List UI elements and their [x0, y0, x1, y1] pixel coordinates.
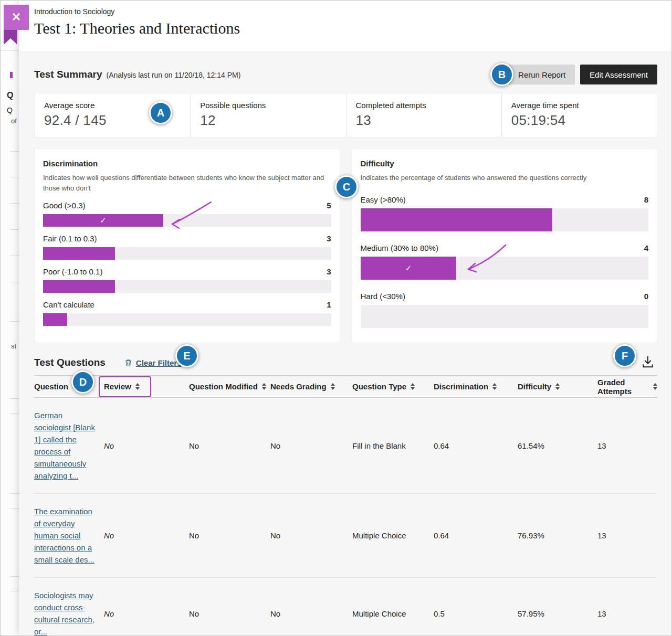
bar-count: 0	[644, 292, 648, 301]
column-header-difficulty[interactable]: Difficulty	[518, 382, 597, 391]
clear-filters-label: Clear Filters	[136, 358, 182, 367]
course-name: Introduction to Sociology	[34, 7, 671, 16]
background-divider	[10, 229, 19, 230]
stat-value: 92.4 / 145	[44, 112, 181, 129]
edit-assessment-button[interactable]: Edit Assessment	[580, 65, 657, 84]
review-highlight-annotation	[99, 376, 151, 397]
difficulty-cell: 61.54%	[518, 441, 597, 450]
test-questions-heading: Test Questions	[34, 357, 106, 368]
panel-body: Test Summary (Analysis last run on 11/20…	[19, 65, 671, 636]
bar-category-label: Medium (30% to 80%)	[361, 243, 438, 252]
discrimination-cell: 0.64	[434, 441, 518, 450]
sort-icon[interactable]	[72, 383, 77, 390]
trash-icon	[124, 359, 132, 367]
question-link[interactable]: The examination of everyday human social…	[34, 507, 94, 564]
rerun-report-button[interactable]: Rerun Report	[509, 65, 575, 84]
background-accent-tick	[10, 72, 13, 78]
column-header-question[interactable]: Question	[34, 382, 104, 391]
bar-category-label: Fair (0.1 to 0.3)	[43, 234, 97, 243]
test-summary-heading: Test Summary	[34, 69, 102, 80]
review-cell: No	[104, 441, 189, 450]
summary-stats-card: Average score92.4 / 145Possible question…	[34, 93, 657, 137]
discrimination-cell: 0.64	[434, 531, 518, 540]
analysis-timestamp: (Analysis last run on 11/20/18, 12:14 PM…	[107, 71, 241, 79]
bar-group: Poor (-1.0 to 0.1)3	[43, 267, 331, 293]
chart-title: Discrimination	[43, 159, 331, 168]
needs-grading-cell: No	[270, 609, 352, 618]
bar-group: Hard (<30%)0	[361, 292, 649, 328]
background-text-fragment: Q	[7, 91, 13, 100]
background-divider	[10, 576, 19, 577]
graded-attempts-cell: 13	[597, 441, 657, 450]
bar-fill	[361, 208, 553, 231]
review-cell: No	[104, 531, 189, 540]
sort-icon[interactable]	[262, 383, 266, 390]
needs-grading-cell: No	[270, 441, 352, 450]
bar-category-label: Can't calculate	[43, 300, 94, 309]
needs-grading-cell: No	[270, 531, 352, 540]
summary-stat: Completed attempts13	[346, 93, 501, 137]
bar-chart: Easy (>80%)8Medium (30% to 80%)4✓Hard (<…	[361, 195, 649, 328]
bar-count: 8	[644, 195, 648, 204]
column-header-discrimination[interactable]: Discrimination	[434, 382, 518, 391]
bar-track	[361, 208, 649, 231]
sort-icon[interactable]	[411, 383, 415, 390]
column-header-question-modified[interactable]: Question Modified	[189, 382, 270, 391]
table-body: German sociologist [Blank 1] called the …	[34, 398, 657, 636]
bar-count: 5	[327, 201, 331, 210]
checkmark-icon: ✓	[100, 216, 107, 225]
background-divider	[10, 591, 19, 591]
bar-group: Good (>0.3)5✓	[43, 201, 331, 227]
bar-fill	[43, 247, 115, 260]
table-row: Sociologists may conduct cross-cultural …	[34, 578, 657, 636]
question-link[interactable]: German sociologist [Blank 1] called the …	[34, 411, 95, 480]
difficulty-chart-card: Difficulty Indicates the percentage of s…	[352, 148, 658, 343]
question-link[interactable]: Sociologists may conduct cross-cultural …	[34, 591, 94, 636]
discrimination-chart-card: Discrimination Indicates how well questi…	[34, 148, 340, 343]
bar-track: ✓	[361, 257, 649, 280]
background-divider	[10, 508, 19, 508]
clear-filters-link[interactable]: Clear Filters	[124, 358, 182, 367]
column-header-graded-attempts[interactable]: Graded Attempts	[597, 378, 657, 396]
sort-icon[interactable]	[653, 383, 657, 390]
bar-count: 4	[644, 243, 648, 252]
column-header-label: Difficulty	[518, 382, 551, 391]
column-header-label: Question Type	[352, 382, 406, 391]
question-cell: German sociologist [Blank 1] called the …	[34, 409, 104, 482]
sort-icon[interactable]	[492, 383, 497, 390]
question-type-cell: Multiple Choice	[352, 609, 434, 618]
stat-label: Completed attempts	[356, 101, 492, 110]
background-divider	[10, 414, 19, 414]
summary-stat: Possible questions12	[190, 93, 345, 137]
question-modified-cell: No	[189, 531, 270, 540]
sort-icon[interactable]	[331, 383, 335, 390]
question-cell: Sociologists may conduct cross-cultural …	[34, 589, 104, 636]
close-button[interactable]: ✕	[4, 5, 29, 30]
panel-header: Introduction to Sociology Test 1: Theori…	[19, 1, 671, 51]
background-divider	[10, 203, 19, 204]
close-icon: ✕	[12, 10, 21, 24]
summary-stat: Average score92.4 / 145	[35, 93, 190, 137]
column-header-needs-grading[interactable]: Needs Grading	[270, 382, 352, 391]
column-header-question-type[interactable]: Question Type	[352, 382, 434, 391]
bar-group: Easy (>80%)8	[361, 195, 649, 231]
questions-table: QuestionReviewQuestion ModifiedNeeds Gra…	[34, 375, 657, 636]
column-header-label: Graded Attempts	[597, 378, 649, 396]
background-divider	[10, 321, 19, 322]
chart-subtitle: Indicates how well questions differentia…	[43, 173, 331, 194]
bar-group: Can't calculate1	[43, 300, 331, 326]
download-results-button[interactable]	[638, 354, 657, 372]
sort-icon[interactable]	[555, 383, 560, 390]
bar-track	[43, 280, 331, 293]
bar-category-label: Easy (>80%)	[361, 195, 406, 204]
graded-attempts-cell: 13	[597, 531, 657, 540]
download-icon	[640, 355, 655, 369]
stat-value: 12	[200, 112, 336, 129]
background-divider	[10, 177, 19, 177]
background-divider	[10, 256, 19, 256]
bar-track	[361, 305, 649, 328]
assessment-panel: Introduction to Sociology Test 1: Theori…	[19, 1, 671, 635]
bar-fill	[43, 280, 115, 293]
chart-title: Difficulty	[361, 159, 649, 168]
bar-track: ✓	[43, 214, 331, 227]
